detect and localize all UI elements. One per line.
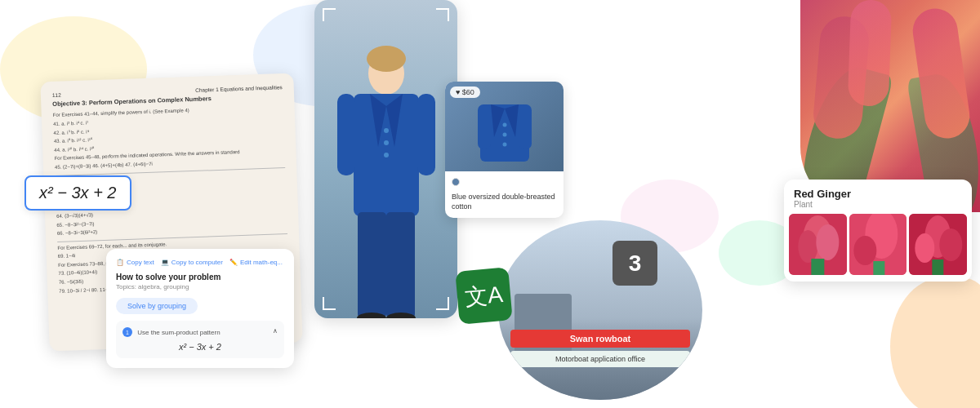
- fashion-card: [314, 0, 457, 318]
- svg-point-33: [940, 228, 963, 261]
- product-card[interactable]: ♥ $60 Blue oversized double-breasted cot…: [445, 82, 564, 218]
- street-image: 3 Swan rowboat Motorboat application off…: [498, 220, 702, 400]
- number-text: 3: [629, 251, 642, 277]
- step-number: 1: [122, 327, 132, 337]
- svg-rect-11: [417, 94, 435, 175]
- svg-rect-8: [358, 212, 386, 318]
- copy-text-btn[interactable]: 📋 Copy text: [116, 259, 154, 266]
- svg-point-17: [502, 122, 506, 126]
- translate-badge: 文A: [455, 267, 512, 324]
- jacket-illustration: [476, 92, 533, 162]
- plant-images-row: [784, 214, 972, 282]
- swan-rowboat-sign: Swan rowboat: [510, 330, 690, 348]
- equation-display-box: x² − 3x + 2: [24, 175, 131, 211]
- svg-point-18: [502, 132, 506, 136]
- copy-icon: 📋: [116, 259, 124, 266]
- plant-name: Red Ginger: [794, 188, 962, 200]
- step-equation: x² − 3x + 2: [122, 342, 278, 352]
- svg-point-6: [384, 140, 389, 145]
- plant-image-3: [909, 214, 967, 275]
- svg-point-34: [915, 233, 935, 263]
- street-sign-card: 3 Swan rowboat Motorboat application off…: [498, 220, 702, 400]
- scan-corner-tl: [323, 8, 336, 21]
- motorboat-sign: Motorboat application office: [510, 351, 690, 367]
- svg-rect-20: [478, 104, 491, 149]
- panel-subheading: Topics: algebra, grouping: [116, 283, 284, 290]
- math-step-header: 1 Use the sum-product pattern ∧: [122, 327, 278, 337]
- building-number: 3: [612, 241, 657, 286]
- solve-button[interactable]: Solve by grouping: [116, 298, 198, 314]
- step-description: Use the sum-product pattern: [137, 329, 220, 336]
- svg-rect-10: [337, 94, 355, 175]
- step-label: 1 Use the sum-product pattern: [122, 327, 220, 337]
- price-badge: ♥ $60: [450, 86, 480, 98]
- scan-corner-bl: [323, 297, 336, 310]
- svg-rect-21: [519, 104, 532, 149]
- plant-info-card[interactable]: Red Ginger Plant: [784, 180, 972, 282]
- chevron-icon: ∧: [273, 327, 278, 337]
- bg-blob-peach: [890, 277, 980, 408]
- svg-rect-35: [933, 259, 944, 275]
- person-silhouette: [333, 41, 439, 318]
- scan-corner-tr: [436, 8, 449, 21]
- plant-type: Plant: [794, 200, 962, 209]
- svg-point-7: [384, 153, 389, 157]
- svg-point-24: [798, 230, 817, 263]
- computer-icon: 💻: [161, 259, 169, 266]
- edit-icon: ✏️: [229, 259, 238, 266]
- equation-text: x² − 3x + 2: [39, 184, 117, 202]
- plant-card-header: Red Ginger Plant: [784, 180, 972, 214]
- svg-rect-26: [811, 259, 824, 275]
- fashion-image: [314, 0, 457, 318]
- edit-math-btn[interactable]: ✏️ Edit math-eq...: [229, 259, 283, 266]
- svg-rect-9: [386, 212, 415, 318]
- panel-heading: How to solve your problem: [116, 273, 284, 282]
- svg-point-19: [502, 142, 506, 146]
- svg-point-25: [816, 224, 839, 260]
- plant-image-2: [849, 214, 907, 275]
- svg-point-1: [367, 46, 406, 72]
- math-solve-panel[interactable]: 📋 Copy text 💻 Copy to computer ✏️ Edit m…: [106, 249, 294, 368]
- product-info: Blue oversized double-breasted cotton: [445, 171, 564, 218]
- product-name: Blue oversized double-breasted cotton: [452, 193, 557, 211]
- page-number: 112: [52, 91, 61, 100]
- math-panel-toolbar: 📋 Copy text 💻 Copy to computer ✏️ Edit m…: [116, 259, 284, 266]
- product-image: ♥ $60: [445, 82, 564, 171]
- sign-container: Swan rowboat Motorboat application offic…: [510, 330, 690, 367]
- color-swatch: [452, 178, 460, 186]
- plant-image-1: [789, 214, 847, 275]
- translate-card: 文A: [457, 269, 510, 322]
- svg-point-29: [853, 236, 876, 265]
- translate-icon: 文A: [464, 279, 505, 313]
- copy-computer-btn[interactable]: 💻 Copy to computer: [161, 259, 223, 266]
- scan-corner-br: [436, 297, 449, 310]
- svg-rect-30: [873, 261, 884, 275]
- math-step-container: 1 Use the sum-product pattern ∧ x² − 3x …: [116, 321, 284, 358]
- svg-point-5: [384, 128, 389, 133]
